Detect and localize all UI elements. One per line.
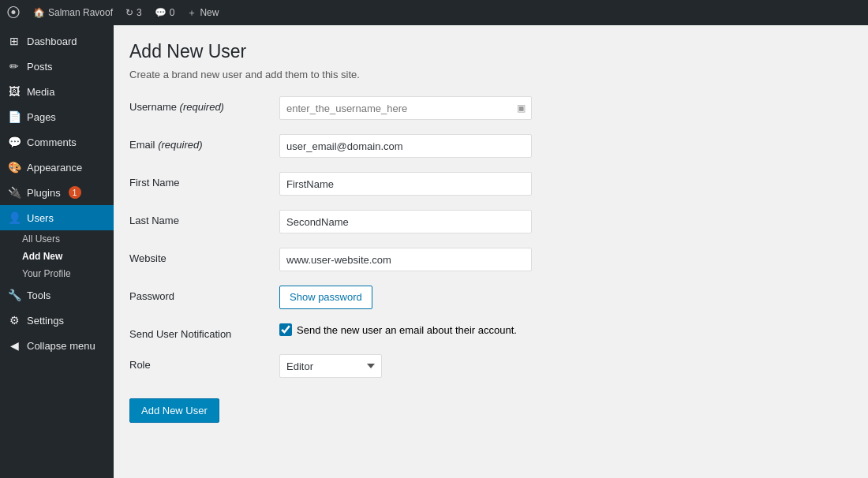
submenu-your-profile[interactable]: Your Profile (0, 265, 114, 282)
admin-bar: ⦿ 🏠 Salman Ravoof ↻ 3 💬 0 ＋ New (0, 0, 868, 25)
collapse-icon: ◀ (8, 339, 21, 352)
sidebar-item-dashboard[interactable]: ⊞ Dashboard (0, 28, 114, 54)
website-input[interactable] (279, 248, 532, 271)
add-user-form: Username (required) ▣ Email (required) (129, 96, 682, 423)
wp-logo[interactable]: ⦿ (6, 5, 21, 21)
notification-label: Send User Notification (129, 323, 279, 340)
sidebar-item-comments[interactable]: 💬 Comments (0, 129, 114, 155)
sidebar-item-settings[interactable]: ⚙ Settings (0, 308, 114, 333)
posts-icon: ✏ (8, 60, 21, 73)
lastname-label: Last Name (129, 210, 279, 226)
show-password-button[interactable]: Show password (279, 286, 372, 309)
site-name[interactable]: 🏠 Salman Ravoof (33, 7, 113, 18)
wp-logo-icon: ⦿ (6, 5, 21, 21)
firstname-label: First Name (129, 172, 279, 189)
sidebar-item-posts[interactable]: ✏ Posts (0, 54, 114, 79)
email-label: Email (required) (129, 134, 279, 151)
role-select[interactable]: Editor Administrator Author Contributor … (279, 354, 382, 378)
role-label: Role (129, 354, 279, 371)
submenu-all-users[interactable]: All Users (0, 230, 114, 248)
role-row: Role Editor Administrator Author Contrib… (129, 354, 682, 378)
media-icon: 🖼 (8, 85, 21, 98)
notification-checkbox[interactable] (279, 323, 292, 336)
main-layout: ⊞ Dashboard ✏ Posts 🖼 Media 📄 Pages 💬 Co… (0, 25, 868, 478)
sidebar-item-tools[interactable]: 🔧 Tools (0, 282, 114, 308)
main-content: Add New User Create a brand new user and… (114, 25, 868, 478)
home-icon: 🏠 (33, 7, 45, 18)
password-label: Password (129, 286, 279, 302)
sidebar-item-appearance[interactable]: 🎨 Appearance (0, 155, 114, 180)
firstname-row: First Name (129, 172, 682, 196)
notification-row: Send User Notification Send the new user… (129, 323, 682, 340)
plus-icon: ＋ (187, 6, 196, 20)
lastname-row: Last Name (129, 210, 682, 233)
page-title: Add New User (129, 41, 852, 62)
notification-text: Send the new user an email about their a… (297, 324, 517, 336)
password-row: Password Show password (129, 286, 682, 309)
sidebar-item-pages[interactable]: 📄 Pages (0, 104, 114, 129)
sidebar-item-users[interactable]: 👤 Users (0, 205, 114, 230)
sidebar-item-plugins[interactable]: 🔌 Plugins 1 (0, 180, 114, 205)
lastname-control (279, 210, 532, 233)
notification-control: Send the new user an email about their a… (279, 323, 532, 336)
appearance-icon: 🎨 (8, 161, 21, 174)
users-icon: 👤 (8, 211, 21, 224)
website-label: Website (129, 248, 279, 264)
page-subtitle: Create a brand new user and add them to … (129, 69, 852, 80)
comment-icon: 💬 (155, 7, 166, 18)
comments-admin[interactable]: 💬 0 (155, 7, 175, 18)
website-row: Website (129, 248, 682, 271)
submenu-add-new[interactable]: Add New (0, 248, 114, 265)
lastname-input[interactable] (279, 210, 532, 233)
firstname-control (279, 172, 532, 196)
username-input[interactable] (279, 96, 532, 120)
add-new-user-button[interactable]: Add New User (129, 398, 219, 423)
sidebar: ⊞ Dashboard ✏ Posts 🖼 Media 📄 Pages 💬 Co… (0, 25, 114, 478)
pages-icon: 📄 (8, 110, 21, 123)
new-content[interactable]: ＋ New (187, 6, 219, 20)
username-row: Username (required) ▣ (129, 96, 682, 120)
updates[interactable]: ↻ 3 (125, 7, 142, 18)
plugins-icon: 🔌 (8, 186, 21, 199)
dashboard-icon: ⊞ (8, 35, 21, 47)
email-row: Email (required) (129, 134, 682, 158)
tools-icon: 🔧 (8, 289, 21, 301)
firstname-input[interactable] (279, 172, 532, 196)
username-wrap: ▣ (279, 96, 532, 120)
username-label: Username (required) (129, 96, 279, 113)
password-control: Show password (279, 286, 532, 309)
plugins-badge: 1 (69, 186, 81, 199)
sidebar-item-media[interactable]: 🖼 Media (0, 79, 114, 104)
website-control (279, 248, 532, 271)
username-control: ▣ (279, 96, 532, 120)
updates-icon: ↻ (125, 7, 133, 18)
username-icon: ▣ (517, 103, 526, 114)
role-control: Editor Administrator Author Contributor … (279, 354, 532, 378)
notification-checkbox-row: Send the new user an email about their a… (279, 323, 532, 336)
sidebar-item-collapse[interactable]: ◀ Collapse menu (0, 333, 114, 358)
settings-icon: ⚙ (8, 314, 21, 327)
email-control (279, 134, 532, 158)
comments-icon: 💬 (8, 136, 21, 148)
email-input[interactable] (279, 134, 532, 158)
